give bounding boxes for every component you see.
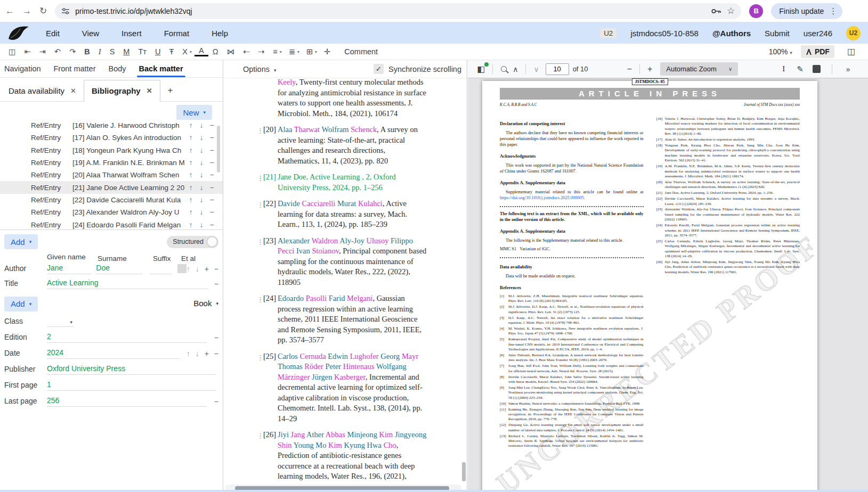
italic-icon[interactable]: I [94,48,106,56]
bookmark-star-icon[interactable]: ☆ [727,5,735,17]
bold-icon[interactable]: B [80,48,94,56]
move-down-icon[interactable]: ↓ [196,196,207,204]
merge-icon[interactable]: ⋈ [222,48,239,56]
tab-navigation[interactable]: Navigation [4,60,41,77]
add-tab-button[interactable]: + [160,80,181,101]
title-remove-icon[interactable]: − [214,280,218,288]
edition-remove-icon[interactable]: − [214,333,218,342]
remove-entry-icon[interactable]: − [207,196,217,204]
panel-layout-icon[interactable]: ◫ [843,47,859,56]
user-avatar[interactable]: U2 [846,26,861,40]
entry-type-select[interactable]: Book▾ [193,299,218,309]
subtab-data-availability[interactable]: Data availability✕ [1,80,84,101]
suffix-field[interactable] [150,265,172,274]
skip-last-icon[interactable]: ⇥ [35,48,50,56]
ref-entry-row[interactable]: Ref/Entry[20] Alaa Tharwat Wolfram Schen… [0,169,223,181]
close-tab-icon[interactable]: ✕ [70,87,76,95]
special-char-icon[interactable]: Ω [208,48,223,56]
author-move-down-icon[interactable]: ↓ [196,265,199,273]
move-up-icon[interactable]: ↑ [185,134,196,142]
move-down-icon[interactable]: ↓ [196,122,207,129]
options-menu[interactable]: Options▾ [243,65,277,73]
move-down-icon[interactable]: ↓ [196,146,207,154]
publisher-field[interactable]: Oxford University Press [47,364,216,375]
move-up-icon[interactable]: ↑ [185,171,196,179]
move-up-icon[interactable]: ↑ [185,208,196,216]
date-field[interactable]: 2024 [47,348,180,359]
move-down-icon[interactable]: ↓ [196,221,207,229]
author-move-up-icon[interactable]: ↑ [186,265,190,273]
move-down-icon[interactable]: ↓ [196,134,207,142]
menu-insert[interactable]: Insert [121,29,142,38]
pdf-search-icon[interactable] [501,66,507,72]
underline-icon[interactable]: U [151,48,165,56]
comment-button[interactable]: Comment [344,47,378,56]
move-down-icon[interactable]: ↓ [196,159,207,167]
tab-body[interactable]: Body [108,60,126,77]
pdf-text-select-tool-icon[interactable]: I [780,64,788,73]
ref-entry-row[interactable]: Ref/Entry[21] Jane Doe Active Learning 2… [0,181,223,193]
move-up-icon[interactable]: ↑ [185,146,196,154]
ref-entry-row[interactable]: Ref/Entry[18] Yongeun Park Kyung Hwa Ch↑… [0,144,223,157]
passkey-icon[interactable] [711,7,721,15]
remove-entry-icon[interactable]: − [207,134,217,142]
table-icon-caret[interactable]: ▾ [315,50,320,54]
pdf-stamp-tool-icon[interactable] [813,65,821,73]
surname-field[interactable]: Doe [96,264,142,274]
numbered-list-icon-caret[interactable]: ▾ [297,50,302,54]
pdf-next-page-icon[interactable]: ∨ [531,65,541,73]
zoom-level-select[interactable]: 100% ▾ [769,47,792,56]
pdf-sidebar-toggle-icon[interactable]: ◧ [474,64,488,74]
menu-help[interactable]: Help [212,29,228,38]
sync-scrolling-checkbox[interactable]: ✓ [374,64,384,74]
formatted-reference[interactable]: ⋮[25]Carlos Cernuda Edwin Lughofer Georg… [224,351,467,424]
class-select[interactable]: ▾ [47,319,74,327]
close-tab-icon[interactable]: ✕ [147,87,152,95]
address-bar[interactable]: primo-test.trivic.io/dp/jwtwkleh32vqj ☆ [55,3,741,19]
vertical-scrollbar-thumb[interactable] [462,462,466,481]
font-color-icon[interactable]: A [194,47,208,57]
pdf-viewer[interactable]: JSTMDOCS: 05 ARTICLE IN PRESS K.C.A, B.B… [468,78,868,492]
kebab-menu-icon[interactable]: ⋮ [829,6,837,16]
last-page-field[interactable]: 256 [47,396,207,407]
pdf-more-tools-icon[interactable]: » [843,65,853,73]
move-up-icon[interactable]: ↑ [185,122,196,129]
browser-profile-avatar[interactable]: B [749,4,763,18]
move-up-icon[interactable]: ↑ [185,221,196,229]
small-caps-icon[interactable]: M [119,48,134,56]
submit-button[interactable]: Submit [765,29,790,38]
doi-link[interactable]: https://doi.org/10.1016/j.jstmdocs.2025.… [500,195,584,200]
formatted-reference[interactable]: ⋮[20]Alaa Tharwat Wolfram Schenck, A sur… [224,125,467,166]
remove-entry-icon[interactable]: − [207,208,217,216]
date-remove-icon[interactable]: − [214,349,218,358]
formatted-reference[interactable]: ⋮[26]Jiyi Jang Ather Abbas Minjeong Kim … [224,430,467,483]
edition-field[interactable]: 2 [47,332,207,343]
undo-icon[interactable]: ↶ [50,48,65,56]
move-up-icon[interactable]: ↑ [185,159,196,167]
formatted-reference[interactable]: ⋮[21]Jane Doe, Active Learning , 2, Oxfo… [224,172,467,193]
date-move-down-icon[interactable]: ↓ [196,349,199,358]
move-down-icon[interactable]: ↓ [196,171,207,179]
add-field-button[interactable]: Add▾ [4,234,38,249]
subscript-icon-caret[interactable]: ▾ [190,50,194,54]
move-up-icon[interactable]: ↑ [185,196,196,204]
remove-entry-icon[interactable]: − [207,146,217,154]
toggle-knob[interactable] [207,237,217,247]
remove-entry-icon[interactable]: − [207,159,217,167]
ref-entry-row[interactable]: Ref/Entry[22] Davide Cacciarelli Murat K… [0,194,223,206]
strike-alt-icon[interactable]: Ŧ [165,48,178,56]
pdf-prev-page-icon[interactable]: ∧ [510,65,521,73]
remove-entry-icon[interactable]: − [207,122,217,129]
menu-format[interactable]: Format [164,29,190,38]
finish-update-button[interactable]: Finish update ⋮ [771,3,842,19]
tab-back-matter[interactable]: Back matter [139,60,183,77]
formatted-reference[interactable]: Keely, Twenty-first century molecular me… [224,78,467,119]
move-down-icon[interactable]: ↓ [196,208,207,216]
ref-entry-row[interactable]: Ref/Entry[24] Edoardo Pasolli Farid Melg… [0,218,223,229]
formatted-reference[interactable]: ⋮[22]Davide Cacciarelli Murat Kulahci, A… [224,199,467,230]
formatted-reference[interactable]: ⋮[24]Edoardo Pasolli Farid Melgani, Gaus… [224,293,467,346]
revision-badge[interactable]: U2 [600,28,616,38]
tab-front-matter[interactable]: Front matter [54,60,96,77]
title-field[interactable]: Active Learning [47,278,208,289]
bullet-list-icon-caret[interactable]: ▾ [280,50,285,54]
